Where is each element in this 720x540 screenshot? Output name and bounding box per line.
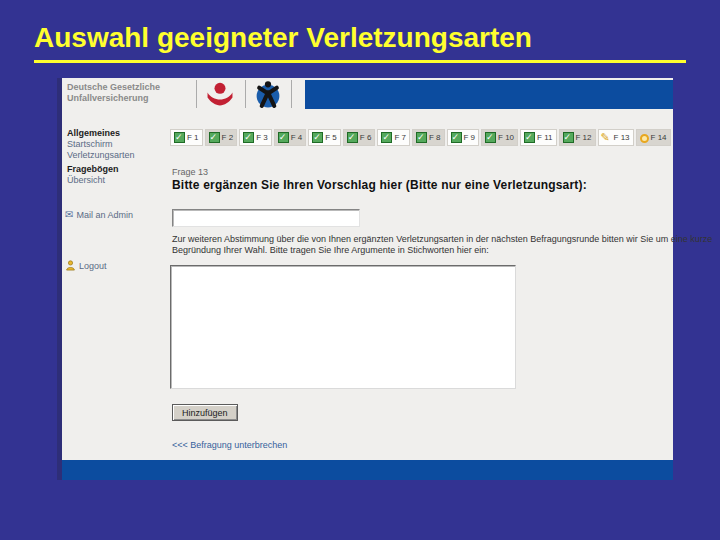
question-tab[interactable]: F 2: [205, 129, 238, 146]
question-tab[interactable]: F 9: [447, 129, 480, 146]
sidebar-link-mail-an-admin[interactable]: ✉ Mail an Admin: [65, 210, 133, 220]
question-instructions: Zur weiteren Abstimmung über die von Ihn…: [172, 234, 720, 256]
blue-figure-logo-icon: [253, 80, 283, 109]
hinzufuegen-button[interactable]: Hinzufügen: [172, 404, 238, 421]
mail-link-label: Mail an Admin: [76, 210, 133, 220]
tab-label: F 11: [537, 133, 552, 142]
tab-label: F 3: [256, 133, 268, 142]
tab-status-icon: [243, 132, 254, 143]
tab-status-icon: [416, 132, 427, 143]
tab-label: F 14: [651, 133, 667, 142]
tab-label: F 7: [394, 133, 406, 142]
tab-label: F 5: [325, 133, 337, 142]
question-tab[interactable]: F 5: [308, 129, 341, 146]
reason-textarea[interactable]: [170, 265, 516, 389]
logout-person-icon: [65, 260, 76, 271]
tab-label: F 1: [187, 133, 199, 142]
tab-label: F 6: [360, 133, 372, 142]
dguv-red-logo-icon: [203, 81, 237, 108]
interrupt-survey-link[interactable]: <<< Befragung unterbrechen: [172, 440, 287, 450]
tab-status-icon: [640, 134, 649, 143]
question-tab[interactable]: F 10: [481, 129, 518, 146]
tab-status-icon: [451, 132, 462, 143]
question-tab[interactable]: F 12: [559, 129, 596, 146]
sidebar-link-startschirm[interactable]: Startschirm: [67, 139, 113, 149]
tab-status-icon: [563, 132, 574, 143]
tab-status-icon: [209, 132, 220, 143]
org-name-line1: Deutsche Gesetzliche: [67, 82, 160, 93]
tab-status-icon: [485, 132, 496, 143]
tab-status-icon: [602, 133, 612, 143]
tab-status-icon: [347, 132, 358, 143]
question-tab[interactable]: F 4: [274, 129, 307, 146]
tab-label: F 2: [222, 133, 234, 142]
sidebar-heading-allgemeines: Allgemeines: [67, 128, 120, 138]
question-tab[interactable]: F 1: [170, 129, 203, 146]
tab-status-icon: [312, 132, 323, 143]
header-separator: [291, 80, 292, 108]
slide-title: Auswahl geeigneter Verletzungsarten: [34, 22, 532, 54]
tab-label: F 9: [464, 133, 476, 142]
left-accent-strip: [57, 78, 62, 480]
org-name-line2: Unfallversicherung: [67, 93, 160, 104]
answer-input[interactable]: [172, 209, 360, 227]
org-name: Deutsche Gesetzliche Unfallversicherung: [67, 82, 160, 104]
header-blue-bar: [305, 80, 673, 109]
tab-status-icon: [174, 132, 185, 143]
mail-envelope-icon: ✉: [65, 210, 73, 220]
logout-link-label: Logout: [79, 261, 107, 271]
question-number: Frage 13: [172, 167, 208, 177]
title-underline: [34, 60, 686, 63]
question-tab[interactable]: F 3: [239, 129, 272, 146]
tab-label: F 12: [576, 133, 592, 142]
tab-status-icon: [278, 132, 289, 143]
question-tab[interactable]: F 14: [636, 129, 671, 146]
header-separator: [245, 80, 246, 108]
tab-label: F 13: [614, 133, 630, 142]
question-tab[interactable]: F 8: [412, 129, 445, 146]
tab-label: F 4: [291, 133, 303, 142]
footer-blue-bar: [62, 460, 673, 480]
question-tab[interactable]: F 7: [377, 129, 410, 146]
question-tab[interactable]: F 6: [343, 129, 376, 146]
question-prompt: Bitte ergänzen Sie Ihren Vorschlag hier …: [172, 178, 587, 192]
sidebar-link-verletzungsarten[interactable]: Verletzungsarten: [67, 150, 135, 160]
question-tabs: F 1 F 2 F 3 F 4 F 5: [170, 129, 671, 146]
sidebar-link-uebersicht[interactable]: Übersicht: [67, 175, 105, 185]
survey-app-window: Deutsche Gesetzliche Unfallversicherung …: [57, 78, 673, 480]
tab-status-icon: [381, 132, 392, 143]
header-separator: [196, 80, 197, 108]
question-tab[interactable]: F 13: [598, 129, 634, 146]
sidebar-heading-frageboegen: Fragebögen: [67, 164, 119, 174]
tab-label: F 8: [429, 133, 441, 142]
question-tab[interactable]: F 11: [520, 129, 556, 146]
tab-status-icon: [524, 132, 535, 143]
tab-label: F 10: [498, 133, 514, 142]
sidebar-link-logout[interactable]: Logout: [65, 260, 107, 271]
